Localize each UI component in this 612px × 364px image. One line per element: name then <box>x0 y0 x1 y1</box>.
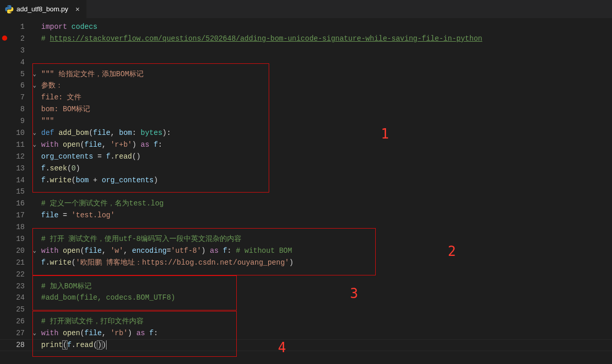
line-number: 8 <box>0 103 30 115</box>
fold-toggle[interactable]: ⌄ <box>30 327 39 339</box>
line-number: 12 <box>0 151 30 163</box>
fold-toggle <box>30 115 39 127</box>
fold-toggle <box>30 221 39 233</box>
code-line[interactable]: 6⌄ 参数： <box>0 80 612 92</box>
fold-toggle <box>30 186 39 198</box>
fold-toggle <box>30 269 39 281</box>
code-line[interactable]: 7 file: 文件 <box>0 92 612 103</box>
code-line[interactable]: 20⌄with open(file, 'w', encoding='utf-8'… <box>0 245 612 257</box>
fold-toggle[interactable]: ⌄ <box>30 127 39 139</box>
code-line[interactable]: 4 <box>0 57 612 68</box>
fold-toggle <box>30 57 39 68</box>
code-line[interactable]: 17file = 'test.log' <box>0 210 612 221</box>
code-text <box>39 45 612 57</box>
code-text <box>39 57 612 68</box>
fold-toggle <box>30 33 39 45</box>
fold-toggle <box>30 198 39 210</box>
fold-toggle <box>30 103 39 115</box>
tab-filename: add_utf8_bom.py <box>16 5 68 13</box>
code-line[interactable]: 5⌄""" 给指定文件，添加BOM标记 <box>0 68 612 80</box>
fold-toggle <box>30 257 39 269</box>
code-text <box>39 269 612 281</box>
code-text: 参数： <box>39 80 612 92</box>
code-line[interactable]: 22 <box>0 269 612 281</box>
code-text <box>39 221 612 233</box>
fold-toggle <box>30 292 39 304</box>
fold-toggle <box>30 210 39 221</box>
code-text: f.write('欧阳鹏 博客地址：https://blog.csdn.net/… <box>39 257 612 269</box>
line-number: 15 <box>0 186 30 198</box>
code-text: """ <box>39 115 612 127</box>
line-number: 20 <box>0 245 30 257</box>
code-line[interactable]: 10⌄def add_bom(file, bom: bytes): <box>0 127 612 139</box>
code-text: import codecs <box>39 21 612 33</box>
tab-active[interactable]: add_utf8_bom.py × <box>0 0 86 18</box>
code-line[interactable]: 24#add_bom(file, codecs.BOM_UTF8) <box>0 292 612 304</box>
code-line[interactable]: 1import codecs <box>0 21 612 33</box>
line-number: 9 <box>0 115 30 127</box>
line-number: 13 <box>0 163 30 175</box>
line-number: 17 <box>0 210 30 221</box>
code-editor[interactable]: 1import codecs2# https://stackoverflow.c… <box>0 18 612 364</box>
line-number: 10 <box>0 127 30 139</box>
python-file-icon <box>5 5 13 13</box>
code-text: bom: BOM标记 <box>39 103 612 115</box>
code-line[interactable]: 27⌄with open(file, 'rb') as f: <box>0 327 612 339</box>
fold-toggle <box>30 21 39 33</box>
code-text: # 打开测试文件，打印文件内容 <box>39 316 612 327</box>
fold-toggle <box>30 151 39 163</box>
fold-toggle[interactable]: ⌄ <box>30 68 39 80</box>
code-text: # 定义一个测试文件，名为test.log <box>39 198 612 210</box>
fold-toggle <box>30 92 39 103</box>
line-number: 19 <box>0 233 30 245</box>
code-line[interactable]: 21 f.write('欧阳鹏 博客地址：https://blog.csdn.n… <box>0 257 612 269</box>
line-number: 1 <box>0 21 30 33</box>
code-text: f.seek(0) <box>39 163 612 175</box>
code-line[interactable]: 15 <box>0 186 612 198</box>
code-line[interactable]: 12 org_contents = f.read() <box>0 151 612 163</box>
line-number: 11 <box>0 139 30 151</box>
code-line[interactable]: 14 f.write(bom + org_contents) <box>0 175 612 186</box>
line-number: 2 <box>0 33 30 45</box>
code-line[interactable]: 8 bom: BOM标记 <box>0 103 612 115</box>
code-text <box>39 304 612 316</box>
fold-toggle <box>30 45 39 57</box>
fold-toggle <box>30 175 39 186</box>
line-number: 26 <box>0 316 30 327</box>
line-number: 3 <box>0 45 30 57</box>
code-text: #add_bom(file, codecs.BOM_UTF8) <box>39 292 612 304</box>
code-line[interactable]: 2# https://stackoverflow.com/questions/5… <box>0 33 612 45</box>
code-line[interactable]: 9""" <box>0 115 612 127</box>
fold-toggle[interactable]: ⌄ <box>30 80 39 92</box>
line-number: 22 <box>0 269 30 281</box>
tab-bar: add_utf8_bom.py × <box>0 0 612 18</box>
fold-toggle[interactable]: ⌄ <box>30 139 39 151</box>
code-text: with open(file, 'r+b') as f: <box>39 139 612 151</box>
line-number: 4 <box>0 57 30 68</box>
line-number: 14 <box>0 175 30 186</box>
code-line[interactable]: 11⌄ with open(file, 'r+b') as f: <box>0 139 612 151</box>
code-text: # 打开 测试文件，使用utf-8编码写入一段中英文混杂的内容 <box>39 233 612 245</box>
code-text: file: 文件 <box>39 92 612 103</box>
close-icon[interactable]: × <box>73 5 81 13</box>
code-line[interactable]: 26# 打开测试文件，打印文件内容 <box>0 316 612 327</box>
code-text: # https://stackoverflow.com/questions/52… <box>39 33 612 45</box>
code-text: with open(file, 'w', encoding='utf-8') a… <box>39 245 612 257</box>
fold-toggle <box>30 304 39 316</box>
fold-toggle <box>30 163 39 175</box>
code-line[interactable]: 3 <box>0 45 612 57</box>
code-line[interactable]: 18 <box>0 221 612 233</box>
current-line-highlight <box>0 339 612 351</box>
code-text: f.write(bom + org_contents) <box>39 175 612 186</box>
code-line[interactable]: 19# 打开 测试文件，使用utf-8编码写入一段中英文混杂的内容 <box>0 233 612 245</box>
code-line[interactable]: 25 <box>0 304 612 316</box>
code-line[interactable]: 16# 定义一个测试文件，名为test.log <box>0 198 612 210</box>
fold-toggle[interactable]: ⌄ <box>30 245 39 257</box>
code-text: file = 'test.log' <box>39 210 612 221</box>
code-line[interactable]: 13 f.seek(0) <box>0 163 612 175</box>
line-number: 18 <box>0 221 30 233</box>
code-line[interactable]: 23# 加入BOM标记 <box>0 281 612 292</box>
code-text: """ 给指定文件，添加BOM标记 <box>39 68 612 80</box>
line-number: 27 <box>0 327 30 339</box>
code-text: org_contents = f.read() <box>39 151 612 163</box>
